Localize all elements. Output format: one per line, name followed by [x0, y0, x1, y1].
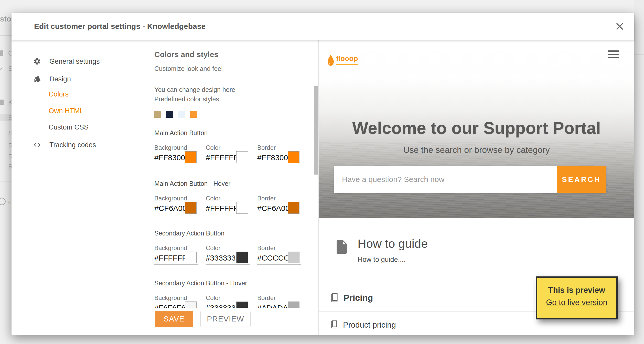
color-field-background: Background #FF8300 [154, 144, 198, 164]
field-value-input[interactable]: #FFFFFF [206, 204, 238, 213]
color-swatch[interactable] [288, 151, 299, 163]
field-value-input[interactable]: #FFFFFF [154, 254, 187, 262]
color-swatch[interactable] [288, 202, 299, 214]
color-field-background: Background #CF6A00 [154, 195, 198, 215]
predefined-color-styles [154, 111, 197, 118]
preset-swatch-tan[interactable] [154, 111, 161, 118]
sidebar-item-label: Custom CSS [49, 123, 89, 131]
panel-heading: Colors and styles [154, 50, 218, 59]
sidebar-item-general-settings[interactable]: General settings [12, 56, 140, 67]
color-field-border: Border #FF8300 [257, 144, 301, 164]
screen: stor C S K S S R R R c Edit customer por… [0, 0, 644, 344]
sidebar-item-label: Colors [49, 90, 69, 98]
edit-portal-settings-modal: Edit customer portal settings - Knowledg… [12, 13, 634, 335]
background-letter: R [8, 153, 12, 161]
search-button[interactable]: SEARCH [557, 166, 606, 193]
field-value-input[interactable]: #333333 [206, 254, 236, 262]
background-letter: S [8, 65, 12, 73]
field-value-input[interactable]: #FF8300 [154, 153, 185, 162]
color-field-color: Color #FFFFFF [206, 144, 250, 164]
field-value-input[interactable]: #CF6A00 [257, 204, 290, 213]
preview-tooltip: This is preview Go to live version [536, 276, 618, 319]
field-value-input[interactable]: #FFFFFF [206, 153, 238, 162]
panel-subheading: Customize look and feel [154, 65, 223, 72]
background-letter: C [8, 49, 12, 57]
portal-logo[interactable]: flooop [327, 54, 358, 66]
section-secondary-action-button: Secondary Action Button Background #FFFF… [154, 230, 308, 265]
background-divider [634, 54, 644, 55]
tooltip-text: This is preview [548, 286, 605, 295]
panel-scrollbar[interactable] [314, 86, 318, 175]
color-swatch[interactable] [185, 151, 197, 163]
color-field-border: Border #CCCCCC [257, 244, 301, 265]
logo-text: flooop [336, 54, 358, 65]
sidebar-item-tracking-codes[interactable]: Tracking codes [12, 139, 140, 150]
field-label: Color [206, 244, 250, 252]
code-icon [33, 141, 41, 149]
search-bar: SEARCH [334, 166, 606, 193]
background-divider [634, 122, 644, 122]
sidebar-item-custom-css[interactable]: Custom CSS [12, 122, 140, 133]
preset-swatch-orange[interactable] [190, 111, 197, 118]
field-value-input[interactable]: #CF6A00 [154, 204, 187, 213]
background-wrench-icon [0, 67, 3, 72]
go-to-live-version-link[interactable]: Go to live version [546, 298, 607, 307]
color-field-background: Background #FFFFFF [154, 244, 198, 265]
color-swatch[interactable] [236, 252, 248, 263]
panel-divider [318, 40, 319, 335]
background-page-right [634, 0, 644, 344]
close-icon[interactable] [614, 21, 625, 32]
book-icon [331, 320, 337, 328]
category-title[interactable]: Pricing [344, 293, 373, 303]
sidebar-item-own-html[interactable]: Own HTML [12, 105, 140, 116]
save-button[interactable]: SAVE [155, 311, 193, 327]
sidebar-item-design[interactable]: Design [12, 74, 140, 84]
preview-button[interactable]: PREVIEW [200, 311, 251, 327]
category-title[interactable]: How to guide [358, 236, 428, 251]
background-bank-icon [0, 100, 4, 105]
sidebar-item-label: Design [49, 75, 71, 83]
field-label: Border [257, 195, 301, 202]
color-field-color: Color #333333 [206, 244, 250, 265]
field-label: Color [206, 195, 250, 202]
search-input[interactable] [334, 166, 557, 193]
section-title: Main Action Button [154, 129, 308, 137]
panel-intro: You can change design here Predefined co… [154, 85, 235, 104]
background-menu-icon [0, 50, 3, 56]
field-label: Border [257, 244, 301, 252]
section-title: Secondary Action Button [154, 230, 308, 237]
section-title: Main Action Button - Hover [154, 180, 308, 187]
background-letter: c [8, 198, 12, 206]
background-text-fragment: stor [0, 15, 12, 23]
category-title[interactable]: Product pricing [343, 320, 396, 330]
field-label: Border [257, 294, 301, 302]
hero-title: Welcome to our Support Portal [319, 118, 634, 138]
color-swatch[interactable] [236, 202, 248, 214]
portal-preview-pane: flooop Welcome to our Support Portal Use… [319, 40, 634, 335]
background-page-left: stor C S K S S R R R c [0, 0, 12, 344]
color-swatch[interactable] [185, 202, 197, 214]
section-title: Secondary Action Button - Hover [154, 280, 308, 287]
sidebar-divider [140, 40, 140, 335]
field-label: Background [154, 144, 198, 151]
background-divider [0, 35, 12, 36]
sidebar-item-colors[interactable]: Colors [12, 89, 140, 100]
preset-swatch-navy[interactable] [166, 111, 173, 118]
hero-subtitle: Use the search or browse by category [319, 145, 634, 155]
hamburger-menu-icon[interactable] [608, 50, 619, 58]
preset-swatch-light[interactable] [178, 111, 185, 118]
background-letter: R [8, 142, 12, 150]
sidebar-item-label: General settings [49, 58, 100, 66]
sidebar-item-label: Own HTML [49, 107, 84, 115]
color-swatch[interactable] [185, 252, 197, 263]
color-swatch[interactable] [288, 252, 299, 263]
modal-header: Edit customer portal settings - Knowledg… [12, 13, 634, 40]
sidebar-item-label: Tracking codes [49, 141, 96, 149]
background-letter: R [8, 163, 12, 170]
color-swatch[interactable] [236, 151, 248, 163]
color-field-border: Border #CF6A00 [257, 195, 301, 215]
field-value-input[interactable]: #FF8300 [257, 153, 288, 162]
background-divider [0, 88, 12, 88]
field-label: Border [257, 144, 301, 151]
background-letter: S [8, 114, 12, 122]
